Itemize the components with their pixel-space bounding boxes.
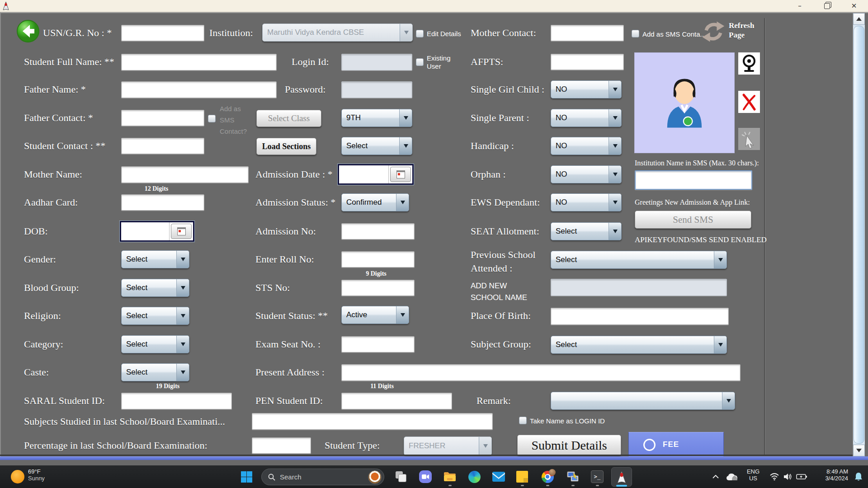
remove-photo-button[interactable] [738,91,760,113]
chevron-down-icon [176,251,189,268]
roll-no-input[interactable] [341,251,415,267]
sts-no-input[interactable] [341,280,415,296]
admission-date-calendar-button[interactable] [390,167,411,182]
place-birth-input[interactable] [551,308,729,325]
clock[interactable]: 8:49 AM 3/4/2024 [813,468,848,482]
father-name-input[interactable] [121,81,277,98]
religion-select[interactable]: Select [121,307,189,325]
dob-picker[interactable] [120,221,194,242]
close-button[interactable]: ✕ [844,0,864,12]
existing-user-checkbox[interactable] [416,58,424,66]
student-status-label: Student Status: ** [255,310,328,322]
battery-button[interactable] [795,470,808,483]
subjects-input[interactable] [252,413,493,430]
restore-button[interactable] [816,0,837,12]
terminal-button[interactable]: >_ [590,470,604,483]
load-sections-button[interactable]: Load Sections [256,138,316,155]
add-sms-contact-checkbox[interactable] [632,30,639,38]
scrollbar-thumb[interactable] [854,26,864,444]
back-button[interactable] [16,19,40,43]
admission-date-picker[interactable] [338,164,414,185]
single-parent-select[interactable]: NO [551,109,622,127]
student-contact-input[interactable] [121,138,204,154]
fee-button[interactable]: FEE [628,432,724,457]
edge-button[interactable] [467,470,481,483]
caste-select[interactable]: Select [121,363,189,381]
admission-status-select[interactable]: Confirmed [341,193,409,211]
usn-input[interactable] [121,25,204,41]
prev-school-line2: Attended : [471,262,536,275]
admission-no-input[interactable] [341,223,415,239]
dob-calendar-button[interactable] [171,224,192,239]
handicap-select[interactable]: NO [551,137,622,155]
wifi-button[interactable] [768,470,781,483]
take-name-checkbox[interactable] [519,417,527,424]
notification-button[interactable] [852,470,865,483]
blood-group-select[interactable]: Select [121,279,189,297]
father-sms-checkbox[interactable] [208,115,216,122]
start-button[interactable] [241,471,252,483]
religion-label: Religion: [24,310,61,322]
religion-select-value: Select [122,311,176,320]
category-select[interactable]: Select [121,335,189,353]
single-girl-select[interactable]: NO [551,80,622,99]
mother-contact-input[interactable] [551,25,624,41]
orphan-select[interactable]: NO [551,165,622,183]
click-select-button[interactable] [738,128,760,150]
sticky-notes-icon [516,471,528,483]
student-photo-placeholder[interactable] [634,52,735,153]
present-address-input[interactable] [341,364,741,381]
search-highlight-icon [368,470,382,484]
search-box[interactable]: Search [261,469,384,485]
subject-group-select[interactable]: Select [551,336,727,354]
chrome-button[interactable] [541,470,554,483]
dob-input[interactable] [121,222,170,240]
mother-name-input[interactable] [121,166,249,183]
father-contact-input[interactable] [121,110,204,126]
minimize-button[interactable]: – [789,0,810,12]
refresh-icon[interactable] [701,19,726,44]
percentage-input[interactable] [252,437,311,454]
remote-app-button[interactable] [566,470,580,483]
webcam-capture-button[interactable] [738,52,760,75]
onedrive-button[interactable] [725,470,739,483]
student-name-input[interactable] [121,54,277,70]
mail-button[interactable] [492,470,505,483]
select-class-button: Select Class [256,110,321,127]
exam-seat-input[interactable] [341,336,415,352]
java-duke-icon [616,470,627,484]
sticky-notes-button[interactable] [515,470,529,483]
file-explorer-button[interactable] [443,470,457,483]
afpts-input[interactable] [551,54,624,70]
weather-widget[interactable]: 69°F Sunny [28,468,45,482]
seat-allotment-select[interactable]: Select [551,222,622,240]
aadhar-digits-hint: 12 Digits [145,185,169,192]
prev-school-select[interactable]: Select [551,251,727,269]
saral-input[interactable] [121,393,232,409]
vertical-scrollbar[interactable] [853,13,865,456]
class-select[interactable]: 9TH [341,109,412,127]
weather-sun-icon[interactable] [11,470,24,483]
chat-button[interactable] [419,470,432,483]
task-view-button[interactable] [394,470,408,483]
volume-button[interactable] [781,470,795,483]
blood-group-label: Blood Group: [24,282,79,294]
active-java-app-button[interactable] [611,467,632,487]
admission-date-input[interactable] [339,165,389,183]
language-indicator[interactable]: ENG US [745,468,761,482]
category-label: Category: [24,338,63,350]
scroll-up-button[interactable] [853,13,865,25]
edit-details-checkbox[interactable] [416,30,424,38]
student-status-select[interactable]: Active [341,306,409,324]
gender-select[interactable]: Select [121,250,189,268]
pen-input[interactable] [341,393,452,409]
aadhar-input[interactable] [121,194,204,211]
scroll-down-button[interactable] [853,445,865,456]
section-select[interactable]: Select [341,137,412,155]
tray-chevron-button[interactable] [709,470,722,483]
remark-select[interactable] [551,392,735,410]
chevron-down-icon [399,137,412,155]
submit-details-button[interactable]: Submit Details [517,435,621,456]
ews-select[interactable]: NO [551,193,622,211]
sms-institution-input[interactable] [635,170,752,190]
